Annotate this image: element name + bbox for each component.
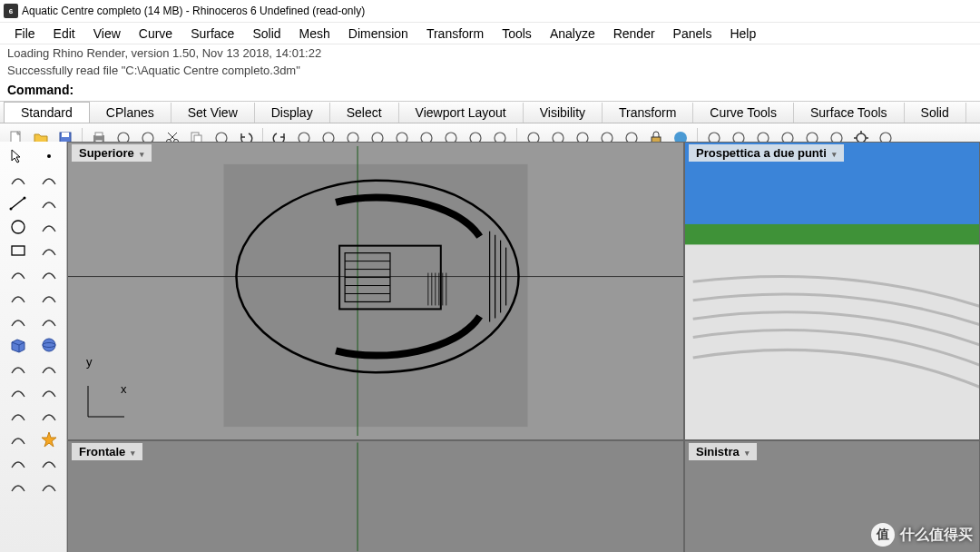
menu-edit[interactable]: Edit bbox=[44, 25, 84, 43]
tab-standard[interactable]: Standard bbox=[4, 102, 90, 123]
menu-help[interactable]: Help bbox=[720, 25, 765, 43]
svg-point-43 bbox=[47, 154, 51, 158]
command-line[interactable]: Command: bbox=[0, 81, 980, 102]
boolean-1-tool[interactable] bbox=[5, 476, 32, 498]
tab-transform[interactable]: Transform bbox=[603, 103, 693, 123]
circle-tool[interactable] bbox=[5, 216, 32, 238]
svg-point-49 bbox=[43, 339, 55, 351]
work-area: Superiore bbox=[0, 142, 980, 552]
viewport-perspective[interactable]: Prospettica a due punti bbox=[684, 142, 980, 440]
chevron-down-icon[interactable] bbox=[743, 445, 750, 458]
tab-curve-tools[interactable]: Curve Tools bbox=[693, 103, 794, 123]
tab-visibility[interactable]: Visibility bbox=[524, 103, 603, 123]
menu-tools[interactable]: Tools bbox=[493, 25, 541, 43]
menu-bar: FileEditViewCurveSurfaceSolidMeshDimensi… bbox=[0, 23, 980, 44]
chevron-down-icon[interactable] bbox=[138, 146, 144, 160]
axis-indicator: yx bbox=[88, 386, 135, 427]
viewport-title[interactable]: Superiore bbox=[72, 144, 152, 162]
tool-sidebar bbox=[0, 142, 67, 552]
join-tool[interactable] bbox=[35, 405, 63, 427]
rectangle-tool[interactable] bbox=[5, 240, 32, 261]
command-history: Loading Rhino Render, version 1.50, Nov … bbox=[0, 44, 980, 81]
perspective-drawing bbox=[685, 143, 979, 439]
chevron-down-icon[interactable] bbox=[830, 146, 837, 160]
viewport-title[interactable]: Sinistra bbox=[689, 443, 757, 460]
polyline-tool[interactable] bbox=[35, 192, 63, 214]
history-line: Loading Rhino Render, version 1.50, Nov … bbox=[7, 46, 973, 64]
box-tool[interactable] bbox=[5, 334, 32, 356]
blend-tool[interactable] bbox=[35, 310, 63, 332]
freeform-lasso-tool[interactable] bbox=[35, 169, 63, 191]
window-title: Aquatic Centre completo (14 MB) - Rhinoc… bbox=[22, 5, 365, 17]
remove-hex-tool[interactable] bbox=[35, 263, 63, 285]
viewport-front[interactable]: Frontale bbox=[67, 440, 684, 552]
menu-dimension[interactable]: Dimension bbox=[339, 25, 417, 43]
sphere-tool[interactable] bbox=[35, 334, 63, 356]
app-icon: 6 bbox=[4, 4, 18, 18]
menu-panels[interactable]: Panels bbox=[664, 25, 721, 43]
trim-tool[interactable] bbox=[5, 452, 32, 474]
cylinder-tool[interactable] bbox=[5, 358, 32, 380]
toolbar-tab-strip: StandardCPlanesSet ViewDisplaySelectView… bbox=[0, 102, 980, 123]
menu-curve[interactable]: Curve bbox=[130, 25, 181, 43]
curve-tool[interactable] bbox=[5, 287, 32, 309]
svg-point-46 bbox=[23, 197, 25, 200]
point-tool[interactable] bbox=[35, 145, 63, 167]
revolve-tool[interactable] bbox=[5, 429, 32, 450]
menu-file[interactable]: File bbox=[5, 25, 44, 43]
watermark-text: 什么值得买 bbox=[900, 526, 973, 545]
top-view-drawing bbox=[68, 143, 683, 439]
watermark: 值 什么值得买 bbox=[871, 523, 973, 547]
pipe-tool[interactable] bbox=[35, 381, 63, 403]
history-line: Successfully read file "C:\Aquatic Centr… bbox=[7, 64, 973, 81]
chevron-down-icon[interactable] bbox=[129, 445, 135, 458]
tab-solid[interactable]: Solid bbox=[905, 103, 966, 123]
polygon-hex-tool[interactable] bbox=[5, 263, 32, 285]
svg-rect-48 bbox=[12, 246, 24, 255]
svg-point-45 bbox=[9, 208, 12, 211]
command-label: Command: bbox=[7, 83, 74, 97]
menu-render[interactable]: Render bbox=[604, 25, 664, 43]
tab-display[interactable]: Display bbox=[255, 103, 330, 123]
boolean-2-tool[interactable] bbox=[35, 476, 63, 498]
arc-tool[interactable] bbox=[35, 216, 63, 238]
svg-rect-2 bbox=[62, 133, 69, 137]
line-tool[interactable] bbox=[5, 192, 32, 214]
svg-line-11 bbox=[168, 133, 175, 140]
polygon-tool[interactable] bbox=[35, 240, 63, 261]
svg-rect-51 bbox=[223, 164, 527, 427]
cone-tool[interactable] bbox=[5, 381, 32, 403]
menu-surface[interactable]: Surface bbox=[181, 25, 243, 43]
menu-mesh[interactable]: Mesh bbox=[290, 25, 339, 43]
svg-rect-4 bbox=[95, 133, 103, 136]
title-bar: 6 Aquatic Centre completo (14 MB) - Rhin… bbox=[0, 0, 980, 23]
tab-viewport-layout[interactable]: Viewport Layout bbox=[399, 103, 524, 123]
menu-view[interactable]: View bbox=[84, 25, 130, 43]
tab-set-view[interactable]: Set View bbox=[172, 103, 255, 123]
torus-tool[interactable] bbox=[35, 358, 63, 380]
viewport-title[interactable]: Frontale bbox=[72, 443, 142, 460]
menu-transform[interactable]: Transform bbox=[417, 25, 493, 43]
svg-point-47 bbox=[12, 221, 24, 233]
svg-line-44 bbox=[11, 198, 24, 209]
deform-tool[interactable] bbox=[5, 310, 32, 332]
menu-solid[interactable]: Solid bbox=[243, 25, 289, 43]
menu-analyze[interactable]: Analyze bbox=[541, 25, 604, 43]
star-tool[interactable] bbox=[35, 429, 63, 450]
viewport-container: Superiore bbox=[67, 142, 980, 552]
tab-select[interactable]: Select bbox=[330, 103, 399, 123]
svg-line-10 bbox=[170, 133, 177, 140]
explode-tool[interactable] bbox=[5, 405, 32, 427]
svg-point-37 bbox=[857, 133, 866, 143]
curve-edit-tool[interactable] bbox=[35, 287, 63, 309]
watermark-badge: 值 bbox=[871, 523, 895, 547]
arrow-tool[interactable] bbox=[5, 145, 32, 167]
viewport-top[interactable]: Superiore bbox=[67, 142, 684, 440]
svg-rect-75 bbox=[685, 244, 979, 439]
split-tool[interactable] bbox=[35, 452, 63, 474]
lasso-tool[interactable] bbox=[5, 169, 32, 191]
tab-cplanes[interactable]: CPlanes bbox=[90, 103, 172, 123]
tab-surface-tools[interactable]: Surface Tools bbox=[794, 103, 905, 123]
viewport-title[interactable]: Prospettica a due punti bbox=[689, 144, 844, 162]
command-input[interactable] bbox=[79, 83, 973, 97]
